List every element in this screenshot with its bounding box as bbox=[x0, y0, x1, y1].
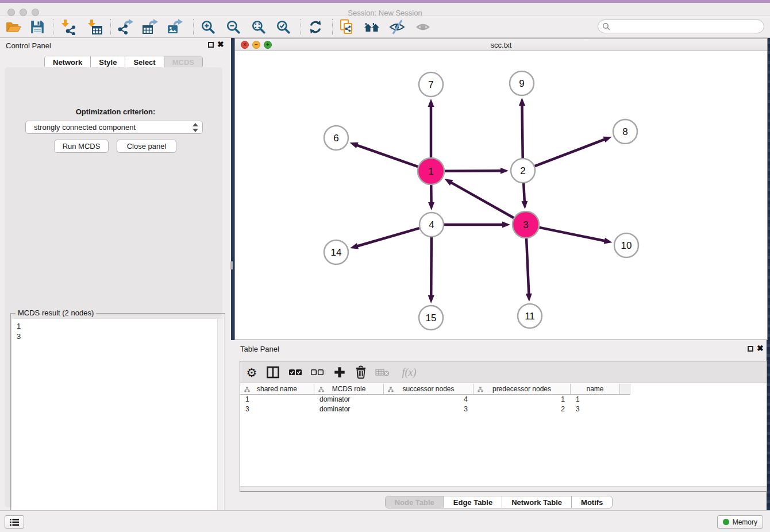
refresh-layout-button[interactable] bbox=[306, 18, 325, 36]
tab-network-table[interactable]: Network Table bbox=[502, 496, 571, 508]
search-box[interactable] bbox=[598, 20, 764, 33]
criterion-select[interactable]: strongly connected component bbox=[25, 121, 203, 134]
zoom-fit-button[interactable] bbox=[249, 18, 268, 36]
eye-slash-icon bbox=[389, 20, 405, 34]
add-column-button[interactable] bbox=[330, 363, 349, 381]
run-mcds-button[interactable]: Run MCDS bbox=[54, 140, 109, 153]
network-graph-svg: 7968124314101511 bbox=[235, 51, 767, 340]
tab-node-table[interactable]: Node Table bbox=[386, 496, 444, 508]
toolbar-separator bbox=[193, 19, 194, 35]
column-header-MCDS-role[interactable]: MCDS role bbox=[314, 384, 384, 395]
close-panel-button[interactable]: Close panel bbox=[117, 140, 176, 153]
tab-mcds[interactable]: MCDS bbox=[164, 56, 202, 68]
control-panel-tabs: NetworkStyleSelectMCDS bbox=[44, 56, 203, 68]
edge-1-6[interactable] bbox=[356, 145, 418, 167]
delete-table-button-disabled[interactable] bbox=[373, 363, 392, 381]
show-panel-button-disabled[interactable] bbox=[413, 18, 433, 36]
column-header-label: shared name bbox=[257, 385, 297, 393]
unchecked-boxes-icon bbox=[310, 368, 324, 377]
export-image-button[interactable] bbox=[165, 18, 184, 36]
table-horizontal-scrollbar[interactable] bbox=[240, 486, 767, 491]
column-header-icon bbox=[318, 387, 324, 392]
zoom-selected-button[interactable] bbox=[274, 18, 293, 36]
deselect-all-columns-button[interactable] bbox=[307, 363, 327, 381]
edge-arrowhead bbox=[526, 294, 532, 302]
float-panel-icon[interactable] bbox=[208, 42, 214, 48]
export-network-button[interactable] bbox=[116, 18, 135, 36]
edge-arrowhead bbox=[519, 98, 525, 106]
search-input[interactable] bbox=[611, 22, 764, 31]
export-table-button[interactable] bbox=[140, 18, 160, 36]
graph-node-label: 7 bbox=[428, 79, 433, 90]
column-header-name[interactable]: name bbox=[571, 384, 620, 395]
edge-2-3[interactable] bbox=[523, 183, 525, 202]
cell-successor-nodes[interactable]: 3 bbox=[384, 404, 473, 414]
delete-column-button[interactable] bbox=[351, 363, 371, 381]
task-history-button[interactable] bbox=[5, 515, 24, 529]
cell-MCDS-role[interactable]: dominator bbox=[314, 395, 384, 404]
zoom-fit-icon bbox=[251, 20, 266, 34]
network-window-titlebar[interactable]: × − + scc.txt bbox=[235, 38, 767, 51]
open-session-button[interactable] bbox=[3, 18, 23, 36]
float-table-panel-icon[interactable] bbox=[748, 346, 753, 352]
table-options-button[interactable]: ⚙ bbox=[242, 363, 261, 381]
cell-shared-name[interactable]: 1 bbox=[240, 395, 314, 404]
cell-name[interactable]: 3 bbox=[571, 404, 620, 414]
table-panel-title: Table Panel bbox=[240, 345, 279, 353]
vertical-splitter-handle[interactable] bbox=[230, 261, 233, 269]
cell-successor-nodes[interactable]: 4 bbox=[384, 395, 473, 404]
cell-name[interactable]: 1 bbox=[571, 395, 620, 404]
zoom-out-button[interactable] bbox=[224, 18, 243, 36]
table-row[interactable]: 1dominator411 bbox=[240, 395, 767, 404]
edge-4-14[interactable] bbox=[357, 228, 419, 246]
tab-edge-table[interactable]: Edge Table bbox=[444, 496, 502, 508]
result-scrollbar[interactable] bbox=[217, 319, 224, 532]
cell-predecessor-nodes[interactable]: 1 bbox=[473, 395, 571, 404]
app-titlebar[interactable]: Session: New Session bbox=[0, 3, 770, 16]
cell-shared-name[interactable]: 3 bbox=[240, 404, 314, 414]
edge-3-10[interactable] bbox=[540, 228, 606, 241]
table-tabs-bar: Node TableEdge TableNetwork TableMotifs bbox=[231, 496, 767, 508]
home-button[interactable] bbox=[362, 18, 382, 36]
table-row[interactable]: 3dominator323 bbox=[240, 404, 767, 414]
close-table-panel-icon[interactable]: ✖ bbox=[757, 344, 764, 353]
tab-motifs[interactable]: Motifs bbox=[571, 496, 612, 508]
edge-3-1[interactable] bbox=[451, 182, 514, 218]
edge-arrowhead bbox=[604, 238, 613, 244]
column-header-successor-nodes[interactable]: successor nodes bbox=[384, 384, 473, 395]
toolbar-separator bbox=[110, 19, 111, 35]
zoom-in-button[interactable] bbox=[198, 18, 218, 36]
import-network-button[interactable] bbox=[58, 18, 78, 36]
cell-predecessor-nodes[interactable]: 2 bbox=[473, 404, 571, 414]
toolbar-separator bbox=[332, 19, 333, 35]
hide-panel-button[interactable] bbox=[387, 18, 407, 36]
clone-network-button[interactable] bbox=[337, 18, 357, 36]
column-header-predecessor-nodes[interactable]: predecessor nodes bbox=[473, 384, 571, 395]
edge-3-11[interactable] bbox=[526, 238, 529, 295]
criterion-value: strongly connected component bbox=[34, 123, 136, 132]
edge-2-8[interactable] bbox=[535, 139, 606, 166]
tab-select[interactable]: Select bbox=[125, 56, 163, 68]
mcds-result-textarea[interactable]: 1 3 bbox=[12, 319, 224, 532]
graph-node-label: 1 bbox=[428, 166, 433, 177]
save-session-button[interactable] bbox=[28, 18, 47, 36]
import-table-button[interactable] bbox=[84, 18, 104, 36]
network-view-window: × − + scc.txt 7968124314101511 bbox=[234, 38, 768, 340]
cell-MCDS-role[interactable]: dominator bbox=[314, 404, 384, 414]
network-canvas[interactable]: 7968124314101511 bbox=[235, 51, 767, 340]
tab-style[interactable]: Style bbox=[90, 56, 125, 68]
tab-network[interactable]: Network bbox=[45, 56, 90, 68]
select-all-columns-button[interactable] bbox=[286, 363, 305, 381]
close-panel-icon[interactable]: ✖ bbox=[217, 40, 224, 49]
import-network-icon bbox=[60, 19, 76, 35]
show-column-panel-button[interactable] bbox=[263, 363, 283, 381]
column-header-label: name bbox=[586, 385, 603, 393]
column-header-shared-name[interactable]: shared name bbox=[240, 384, 314, 395]
memory-button[interactable]: Memory bbox=[717, 515, 763, 529]
edge-1-2[interactable] bbox=[445, 171, 502, 171]
memory-status-icon bbox=[723, 519, 729, 525]
edge-2-9[interactable] bbox=[522, 105, 522, 158]
select-stepper-icon bbox=[191, 122, 199, 133]
function-builder-button-disabled[interactable]: f(x) bbox=[396, 363, 422, 381]
edge-4-15[interactable] bbox=[431, 237, 432, 296]
